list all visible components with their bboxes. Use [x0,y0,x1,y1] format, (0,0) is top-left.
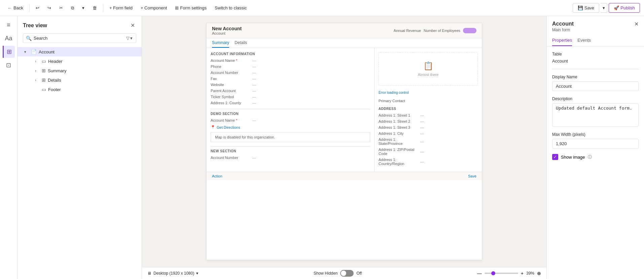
add-component-button[interactable]: + Component [137,4,170,12]
tree-item-footer[interactable]: ▭ Footer [17,85,142,94]
tree-item-header[interactable]: › ▭ Header [17,56,142,66]
delete-button[interactable]: 🗑 [89,4,100,12]
prop-max-width: Max Width (pixels) [552,132,639,149]
prop-table: Table Account [552,52,639,64]
field-city: Address 1: City — [379,131,478,135]
form-save-button[interactable]: Save [468,174,476,178]
header-toggle[interactable] [463,28,476,33]
save-dropdown-button[interactable]: ▾ [601,3,607,13]
prop-description-textarea[interactable]: Updated default Account form. [552,103,639,127]
get-directions-link[interactable]: 📍 Get Directions [211,125,370,129]
show-image-checkbox[interactable]: ✓ [552,154,558,160]
panel-tab-events[interactable]: Events [577,35,591,46]
field-label-phone: Phone [211,65,251,69]
undo-button[interactable]: ↩ [32,4,43,12]
form-bottom-right: Save [468,174,476,178]
panel-tab-properties[interactable]: Properties [552,35,572,46]
error-link[interactable]: Error loading control [379,91,409,94]
field-state: Address 1: State/Province — [379,137,478,146]
form-settings-icon: ⊞ [175,5,179,10]
tree-area: ▾ 📄 Account › ▭ Header › ⊞ Summary › ⊞ D… [17,46,142,279]
section-icon-footer: ▭ [42,87,46,92]
field-demo-account-name: Account Name * — [211,118,370,122]
toggle-thumb [341,271,346,276]
strip-layers-button[interactable]: ⊞ [3,46,15,58]
employees-button[interactable]: Number of Employees [424,29,460,33]
field-value-street2: — [420,119,424,123]
filter-dropdown-icon: ▾ [130,36,133,41]
strip-grid-button[interactable]: ⊡ [3,59,15,71]
tree-item-account[interactable]: ▾ 📄 Account [17,47,142,56]
back-label: Back [13,5,23,10]
field-value-ticker: — [252,95,256,99]
paste-dropdown-button[interactable]: ▾ [79,4,88,12]
form-top-controls: Annual Revenue Number of Employees [394,28,476,33]
search-input[interactable] [34,36,123,41]
tree-item-summary[interactable]: › ⊞ Summary [17,66,142,75]
copy-icon: ⧉ [71,5,74,11]
cut-icon: ✂ [59,5,63,10]
right-panel: Account Main form ✕ Properties Events Ta… [546,16,644,279]
save-button[interactable]: 💾 Save [573,3,600,13]
expand-icon-summary: › [35,69,40,73]
redo-button[interactable]: ↪ [44,4,55,12]
field-value-street1: — [420,113,424,117]
field-label-county: Address 1: County [211,101,251,105]
back-button[interactable]: ← Back [4,4,27,12]
left-strip: ≡ Aa ⊞ ⊡ [0,16,17,279]
tree-item-details-label: Details [48,78,61,83]
map-section: 📍 Get Directions Map is disabled for thi… [211,125,370,142]
form-preview: New Account Account Annual Revenue Numbe… [206,23,482,260]
zoom-slider[interactable] [485,273,518,274]
prop-max-width-input[interactable] [552,139,639,149]
toolbar-right: 💾 Save ▾ 🚀 Publish [573,3,640,13]
switch-classic-button[interactable]: Switch to classic [211,4,250,12]
zoom-out-button[interactable]: — [477,271,482,276]
desktop-icon: 🖥 [147,271,151,276]
canvas-area: New Account Account Annual Revenue Numbe… [142,16,546,279]
field-label-ticker: Ticker Symbol [211,95,251,99]
prop-display-name-input[interactable] [552,81,639,91]
cut-button[interactable]: ✂ [56,4,66,12]
tree-item-details[interactable]: › ⊞ Details [17,75,142,85]
save-icon: 💾 [578,5,583,10]
strip-text-button[interactable]: Aa [3,32,15,44]
publish-button[interactable]: 🚀 Publish [609,3,640,13]
filter-button[interactable]: ▽ ▾ [126,35,133,41]
fit-to-screen-button[interactable]: ⊕ [537,271,541,276]
map-area: Map is disabled for this organization. [211,132,370,142]
annual-revenue-button[interactable]: Annual Revenue [394,29,421,33]
field-value-account-name: — [252,58,256,63]
zoom-thumb [491,271,495,275]
timeline-icon: 📋 [423,61,433,71]
field-new-account-number: Account Number — [211,156,370,160]
copy-button[interactable]: ⧉ [68,4,77,12]
form-action-button[interactable]: Action [212,174,222,178]
desktop-selector[interactable]: 🖥 Desktop (1920 x 1080) ▾ [147,271,198,276]
field-label-fax: Fax [211,77,251,81]
bottom-right: — + 39% ⊕ [477,271,541,276]
form-settings-button[interactable]: ⊞ Form settings [172,4,210,12]
zoom-in-button[interactable]: + [521,271,524,276]
sidebar-close-button[interactable]: ✕ [129,21,136,30]
field-phone: Phone — [211,65,370,69]
form-subtitle: Account [212,31,242,35]
strip-menu-button[interactable]: ≡ [3,19,15,31]
field-label-parent-account: Parent Account [211,89,251,93]
sidebar: Tree view ✕ 🔍 ▽ ▾ ▾ 📄 Account › ▭ Header [17,16,142,279]
form-body: ACCOUNT INFORMATION Account Name * — Pho… [207,48,482,172]
add-field-button[interactable]: + Form field [106,4,136,12]
demo-section: Demo Section Account Name * — [211,109,370,122]
info-icon[interactable]: ⓘ [588,154,592,160]
sidebar-title: Tree view [23,23,47,29]
form-tab-summary[interactable]: Summary [212,38,229,48]
panel-title-area: Account Main form [552,21,574,32]
show-hidden-toggle[interactable] [340,270,354,277]
filter-icon: ▽ [126,36,130,41]
form-title: New Account [212,26,242,31]
form-icon: 📄 [31,49,37,54]
form-right-column: 📋 Almost there Error loading control Pri… [374,48,482,172]
panel-close-button[interactable]: ✕ [634,21,639,27]
timeline-text: Almost there [418,73,439,77]
form-tab-details[interactable]: Details [235,38,247,48]
